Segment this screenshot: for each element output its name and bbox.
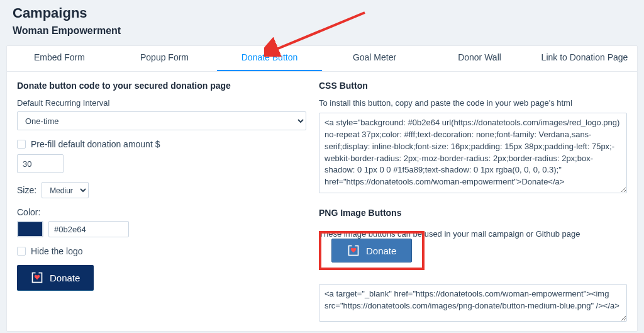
donate-logo-icon — [347, 244, 360, 257]
tab-embed-form[interactable]: Embed Form — [7, 46, 112, 71]
svg-rect-1 — [36, 271, 39, 274]
color-swatch[interactable] — [17, 221, 43, 237]
css-code-textarea[interactable] — [319, 113, 627, 193]
size-label: Size: — [17, 185, 36, 195]
svg-rect-3 — [352, 244, 355, 247]
main-panel: Embed Form Popup Form Donate Button Goal… — [6, 45, 638, 332]
color-input[interactable] — [48, 221, 129, 237]
size-row: Size: Medium — [17, 182, 306, 198]
left-section-title: Donate button code to your secured donat… — [17, 81, 306, 91]
png-code-textarea[interactable] — [319, 284, 627, 322]
page-header: Campaigns Woman Empowerment — [0, 0, 644, 45]
tab-link-to-donation[interactable]: Link to Donation Page — [532, 46, 637, 71]
donate-logo-icon — [31, 271, 43, 284]
tab-bar: Embed Form Popup Form Donate Button Goal… — [7, 46, 637, 72]
recurring-select[interactable]: One-time — [17, 111, 306, 130]
hide-logo-row: Hide the logo — [17, 246, 306, 256]
png-donate-button[interactable]: Donate — [331, 239, 412, 262]
hide-logo-label: Hide the logo — [31, 246, 83, 256]
donate-preview-label: Donate — [50, 273, 80, 283]
size-select[interactable]: Medium — [42, 182, 89, 198]
recurring-label: Default Recurring Interval — [17, 98, 306, 108]
tab-popup-form[interactable]: Popup Form — [112, 46, 217, 71]
css-help: To install this button, copy and paste t… — [319, 98, 627, 108]
tab-goal-meter[interactable]: Goal Meter — [322, 46, 427, 71]
campaign-name: Woman Empowerment — [13, 25, 631, 37]
png-highlight-box: Donate — [319, 231, 425, 270]
hide-logo-checkbox[interactable] — [17, 247, 26, 256]
tab-donate-button[interactable]: Donate Button — [217, 46, 322, 71]
tab-donor-wall[interactable]: Donor Wall — [427, 46, 532, 71]
donate-preview-button[interactable]: Donate — [17, 265, 94, 290]
prefill-row: Pre-fill default donation amount $ — [17, 139, 306, 149]
right-column: CSS Button To install this button, copy … — [319, 81, 627, 324]
prefill-label: Pre-fill default donation amount $ — [31, 139, 160, 149]
png-title: PNG Image Buttons — [319, 208, 627, 218]
css-title: CSS Button — [319, 81, 627, 91]
png-donate-label: Donate — [366, 246, 396, 256]
color-row: Color: — [17, 207, 306, 237]
left-column: Donate button code to your secured donat… — [17, 81, 319, 324]
color-label: Color: — [17, 207, 40, 217]
page-title: Campaigns — [13, 5, 631, 21]
prefill-amount-input[interactable] — [17, 154, 64, 173]
prefill-checkbox[interactable] — [17, 140, 26, 149]
